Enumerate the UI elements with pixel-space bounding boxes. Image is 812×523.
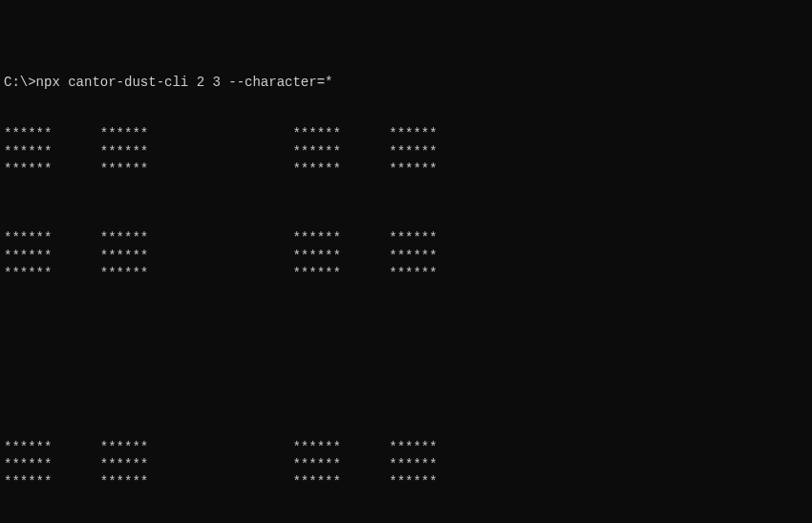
output-line — [4, 422, 808, 439]
output-line — [4, 282, 808, 299]
output-line: ****** ****** ****** ****** — [4, 248, 808, 265]
command-output: ****** ****** ****** ************ ******… — [4, 108, 808, 523]
output-line — [4, 108, 808, 125]
output-line: ****** ****** ****** ****** — [4, 229, 808, 247]
output-line: ****** ****** ****** ****** — [4, 143, 808, 161]
output-line: ****** ****** ****** ****** — [4, 456, 808, 473]
output-line — [4, 508, 808, 523]
output-line — [4, 212, 808, 229]
output-line — [4, 369, 808, 386]
output-line: ****** ****** ****** ****** — [4, 125, 808, 142]
prompt: C:\> — [4, 75, 36, 90]
output-line — [4, 178, 808, 195]
output-line — [4, 316, 808, 334]
output-line: ****** ****** ****** ****** — [4, 265, 808, 282]
command-line: C:\>npx cantor-dust-cli 2 3 --character=… — [4, 74, 808, 91]
output-line — [4, 195, 808, 212]
output-line: ****** ****** ****** ****** — [4, 439, 808, 456]
output-line: ****** ****** ****** ****** — [4, 161, 808, 178]
output-line — [4, 335, 808, 352]
output-line — [4, 299, 808, 316]
output-line — [4, 403, 808, 421]
output-line: ****** ****** ****** ****** — [4, 473, 808, 490]
output-line — [4, 386, 808, 403]
command-text: npx cantor-dust-cli 2 3 --character=* — [36, 75, 333, 90]
output-line — [4, 352, 808, 369]
output-line — [4, 490, 808, 508]
